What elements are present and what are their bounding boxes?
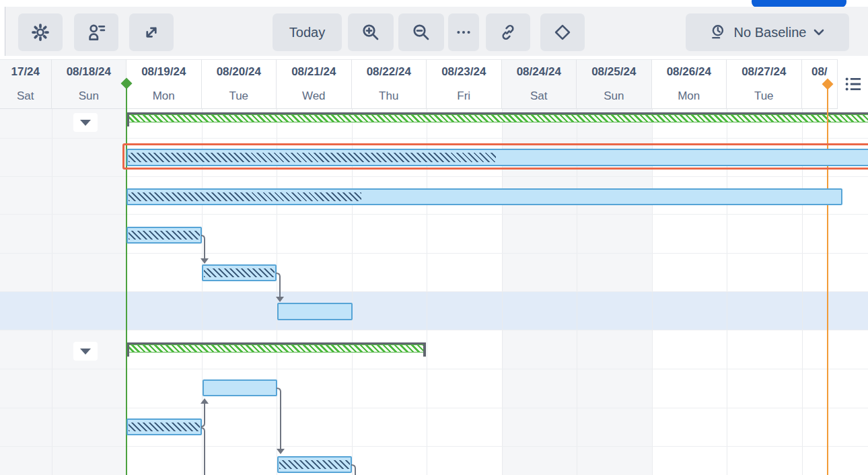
- timeline-day-cell: Sun: [577, 84, 652, 109]
- diamond-icon: [553, 23, 572, 42]
- timeline-date-cell: 08/: [802, 59, 838, 84]
- task-bar[interactable]: [277, 456, 352, 473]
- panel-divider: [5, 7, 5, 56]
- expand-all-button[interactable]: [129, 13, 174, 51]
- task-bar[interactable]: [126, 188, 842, 205]
- row-gridline: [0, 446, 868, 447]
- summary-bar-hatch: [126, 344, 426, 353]
- zoom-out-button[interactable]: [398, 13, 444, 51]
- selected-task-outline: [122, 143, 868, 170]
- timeline-day-cell: [802, 84, 838, 109]
- milestone-button[interactable]: [540, 13, 585, 51]
- task-progress-hatch: [129, 423, 200, 431]
- gear-icon: [30, 22, 50, 42]
- timeline-date-cell: 08/19/24: [126, 59, 202, 84]
- row-gridline: [0, 176, 868, 177]
- timeline-date-cell: 08/20/24: [202, 59, 277, 84]
- task-progress-hatch: [279, 460, 350, 469]
- today-button-label: Today: [289, 25, 325, 40]
- row-gridline: [0, 253, 868, 254]
- task-bar[interactable]: [202, 264, 277, 281]
- timeline-day-cell: Mon: [652, 84, 727, 109]
- today-button[interactable]: Today: [273, 13, 342, 51]
- task-bar[interactable]: [203, 379, 277, 396]
- baseline-clock-icon: [710, 24, 727, 41]
- baseline-dropdown[interactable]: No Baseline: [686, 13, 849, 51]
- timeline-day-cell: Tue: [202, 84, 277, 109]
- task-bar[interactable]: [126, 418, 202, 435]
- timeline-day-cell: Tue: [727, 84, 802, 109]
- timeline-date-cell: 08/26/24: [652, 59, 727, 84]
- resources-button[interactable]: [74, 13, 118, 51]
- row-gridline: [0, 291, 868, 292]
- settings-button[interactable]: [18, 13, 63, 51]
- ellipsis-icon: [455, 24, 472, 41]
- expand-arrows-icon: [141, 22, 161, 42]
- summary-bar-hatch: [126, 114, 868, 122]
- timeline-day-cell: Sat: [502, 84, 577, 109]
- list-icon[interactable]: [844, 75, 863, 94]
- column-gridline: [52, 109, 52, 475]
- gantt-chart-area: [0, 109, 868, 475]
- timeline-date-cell: 08/24/24: [502, 59, 577, 84]
- row-gridline: [0, 369, 868, 369]
- collapse-toggle[interactable]: [73, 113, 98, 132]
- dependency-arrowhead: [277, 449, 285, 454]
- person-list-icon: [86, 22, 106, 42]
- task-bar[interactable]: [126, 227, 202, 244]
- timeline-date-cell: 08/27/24: [727, 59, 802, 84]
- zoom-in-button[interactable]: [348, 13, 394, 51]
- highlighted-row: [0, 291, 868, 330]
- task-progress-hatch: [129, 192, 361, 201]
- summary-bar-right-bracket: [423, 342, 426, 357]
- row-gridline: [0, 408, 868, 408]
- timeline-date-cell: 08/21/24: [277, 59, 352, 84]
- timeline-day-cell: Sun: [52, 84, 127, 109]
- chevron-down-icon: [813, 28, 825, 37]
- timeline-date-cell: 08/22/24: [352, 59, 427, 84]
- collapse-toggle[interactable]: [73, 342, 98, 361]
- timeline-day-cell: Fri: [427, 84, 502, 109]
- row-options-panel: [838, 59, 868, 109]
- timeline-day-cell: Mon: [126, 84, 202, 109]
- row-gridline: [0, 330, 868, 330]
- timeline-date-cell: 08/25/24: [577, 59, 652, 84]
- collapse-triangle-icon: [80, 349, 91, 355]
- link-button[interactable]: [486, 13, 530, 51]
- baseline-dropdown-label: No Baseline: [734, 25, 807, 40]
- zoom-out-icon: [411, 22, 431, 42]
- task-bar[interactable]: [277, 303, 353, 320]
- task-progress-hatch: [129, 231, 200, 240]
- row-gridline: [0, 214, 868, 215]
- row-gridline: [0, 138, 868, 139]
- link-icon: [499, 23, 517, 42]
- timeline-date-cell: 08/18/24: [52, 59, 127, 84]
- task-progress-hatch: [204, 268, 275, 277]
- timeline-date-cell: 08/23/24: [427, 59, 502, 84]
- collapse-triangle-icon: [80, 120, 91, 126]
- timeline-day-cell: Sat: [0, 84, 52, 109]
- timeline-date-cell: 17/24: [0, 59, 52, 84]
- gantt-app: Today No Baseline: [0, 0, 868, 475]
- more-button[interactable]: [448, 13, 479, 51]
- timeline-day-cell: Wed: [277, 84, 352, 109]
- timeline-day-cell: Thu: [352, 84, 427, 109]
- zoom-in-icon: [361, 22, 381, 42]
